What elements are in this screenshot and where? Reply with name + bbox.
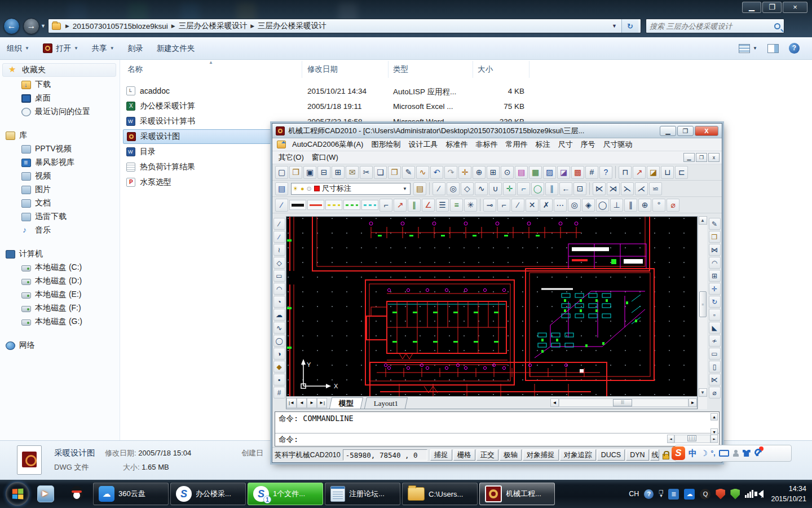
new-folder-button[interactable]: 新建文件夹 <box>150 37 202 59</box>
tab-model[interactable]: 模型 <box>329 397 363 409</box>
break-tool-icon[interactable]: ▯ <box>709 361 721 373</box>
breadcrumb[interactable]: 三层办公楼采暖设计 <box>255 21 329 31</box>
sidebar-item-documents[interactable]: 文档 <box>0 196 120 210</box>
cad-restore-button[interactable]: ❐ <box>677 126 694 136</box>
network-signal-icon[interactable] <box>745 490 753 498</box>
pan-icon[interactable]: ✛ <box>458 166 471 179</box>
sidebar-item-disk-c[interactable]: 本地磁盘 (C:) <box>0 261 120 274</box>
tab-last-button[interactable]: ►| <box>317 398 327 408</box>
open-button[interactable]: 打开▼ <box>36 37 85 59</box>
leader-icon[interactable]: ↗ <box>633 166 646 179</box>
dim-style-icon[interactable]: ⊓ <box>619 166 632 179</box>
show-hidden-icons-button[interactable]: ❐▾ <box>659 491 663 497</box>
sidebar-item-thunder[interactable]: 迅雷下载 <box>0 210 120 224</box>
menu-dim-drive[interactable]: 尺寸驱动 <box>599 139 636 150</box>
toggle-polar[interactable]: 极轴 <box>500 449 522 461</box>
linetype-dashed-green-swatch[interactable] <box>343 200 360 210</box>
copy-tool-icon[interactable]: ❒ <box>709 231 721 243</box>
join-icon[interactable]: ⋌ <box>635 182 648 195</box>
command-prompt[interactable]: 命令: ◄ ||| ► <box>275 433 719 446</box>
soft-keyboard-icon[interactable] <box>719 450 729 457</box>
linewidth-thick-swatch[interactable] <box>289 200 306 210</box>
dim-linear-icon[interactable]: ⊔ <box>661 166 674 179</box>
preview-icon[interactable]: ⊞ <box>332 166 345 179</box>
command-history[interactable]: 命令: COMMANDLINE ▲ ▼ <box>275 412 719 433</box>
canvas-vscrollbar[interactable]: ▲ ≡ ▼ <box>698 216 707 409</box>
sogou-logo-icon[interactable]: S <box>672 446 685 460</box>
tray-qq-icon[interactable]: Q <box>700 489 710 500</box>
sidebar-item-computer[interactable]: 计算机 <box>0 247 120 261</box>
layer-dropdown-arrow[interactable]: ▼ <box>403 186 410 191</box>
block-tool-icon[interactable]: ◆ <box>273 361 285 373</box>
vscroll-thumb[interactable]: ≡ <box>699 291 707 317</box>
snap-center-icon[interactable]: ✛ <box>503 182 516 195</box>
menu-nonstandard[interactable]: 非标件 <box>471 139 501 150</box>
dim-aligned-icon[interactable]: ∕ <box>511 199 524 212</box>
tray-film-icon[interactable]: ≣ <box>668 489 679 500</box>
column-date[interactable]: 修改日期 <box>307 64 338 75</box>
halfwidth-moon-icon[interactable]: ☽ <box>700 449 708 458</box>
mdi-close-button[interactable]: x <box>708 153 720 162</box>
cad-minimize-button[interactable]: ▁ <box>660 126 676 136</box>
sidebar-item-videos[interactable]: 视频 <box>0 169 120 183</box>
forward-button[interactable]: → <box>23 18 39 34</box>
column-size[interactable]: 大小 <box>478 64 493 75</box>
sidebar-item-pictures[interactable]: 图片 <box>0 183 120 196</box>
sidebar-item-disk-f[interactable]: 本地磁盘 (F:) <box>0 301 120 315</box>
sidebar-item-music[interactable]: 音乐 <box>0 224 120 237</box>
revcloud-tool-icon[interactable]: ☁ <box>273 309 285 321</box>
search-box[interactable] <box>646 19 784 33</box>
sidebar-item-pptv[interactable]: PPTV视频 <box>0 142 120 156</box>
menu-window[interactable]: 窗口(W) <box>308 152 342 163</box>
dim-angular-icon[interactable]: ⌐ <box>497 199 510 212</box>
toggle-otrack[interactable]: 对象追踪 <box>560 449 596 461</box>
search-input[interactable] <box>650 22 772 30</box>
column-type[interactable]: 类型 <box>393 64 408 75</box>
trim-tool-icon[interactable]: ≁ <box>709 335 721 347</box>
tray-antivirus-shield-icon[interactable] <box>730 489 740 500</box>
point-tool-icon[interactable]: ▪ <box>273 374 285 386</box>
cad-close-button[interactable]: X <box>695 126 718 136</box>
layers-manager-icon[interactable]: ▤ <box>515 166 528 179</box>
cut-icon[interactable]: ✂ <box>360 166 373 179</box>
close-button[interactable]: × <box>783 2 807 13</box>
toolpalette-icon[interactable]: ▩ <box>571 166 584 179</box>
snap-parallel-icon[interactable]: ∥ <box>545 182 558 195</box>
menu-autocad2006[interactable]: AutoCAD2006菜单(A) <box>288 139 367 150</box>
tray-360-shield-icon[interactable] <box>716 489 725 500</box>
mlines-icon[interactable]: ☰ <box>436 199 449 212</box>
taskbar-wmp-button[interactable] <box>31 483 60 505</box>
corner-icon[interactable]: ⌐ <box>379 199 392 212</box>
lengthen-tool-icon[interactable]: ▭ <box>709 348 721 360</box>
cmd-scroll-up-icon[interactable]: ▲ <box>710 413 718 421</box>
tab-first-button[interactable]: |◄ <box>286 398 297 408</box>
language-indicator[interactable]: CH <box>629 490 639 498</box>
point-style-icon[interactable]: ✳ <box>464 199 477 212</box>
menu-annotate[interactable]: 标注 <box>531 139 554 150</box>
lock-icon[interactable] <box>661 450 670 459</box>
zoom-previous-icon[interactable]: ⊙ <box>501 166 514 179</box>
arc-tool-icon[interactable]: ◠ <box>273 283 285 295</box>
menu-draw[interactable]: 图形绘制 <box>367 139 404 150</box>
publish-icon[interactable]: ✉ <box>346 166 359 179</box>
taskbar-sogou-browser-button[interactable]: S办公楼采... <box>170 483 246 505</box>
line-tool-icon[interactable]: ∕ <box>273 218 285 230</box>
toggle-ortho[interactable]: 正交 <box>476 449 498 461</box>
dim-degree-icon[interactable]: ° <box>652 199 665 212</box>
print-icon[interactable]: ⊟ <box>317 166 330 179</box>
ellipse-tool-icon[interactable]: ◯ <box>273 335 285 347</box>
redo-icon[interactable]: ↷ <box>444 166 457 179</box>
layer-states-icon[interactable]: ▤ <box>413 182 426 195</box>
breadcrumb[interactable]: 三层办公楼采暖设计 <box>176 21 250 31</box>
taskbar-360cloud-button[interactable]: ☁360云盘 <box>93 483 169 505</box>
minimize-button[interactable]: ▁ <box>742 2 761 13</box>
move-tool-icon[interactable]: ✛ <box>709 283 721 295</box>
mirror-tool-icon[interactable]: ⋈ <box>709 244 721 256</box>
properties-icon[interactable]: ▨ <box>543 166 556 179</box>
scroll-up-icon[interactable]: ▲ <box>699 216 707 225</box>
fillet-tool-icon[interactable]: ⌀ <box>709 387 721 398</box>
color-red-swatch[interactable] <box>307 200 324 210</box>
dim-radius-icon[interactable]: ⊕ <box>638 199 651 212</box>
account-icon[interactable] <box>732 450 739 457</box>
erase-tool-icon[interactable]: ✎ <box>709 218 721 230</box>
